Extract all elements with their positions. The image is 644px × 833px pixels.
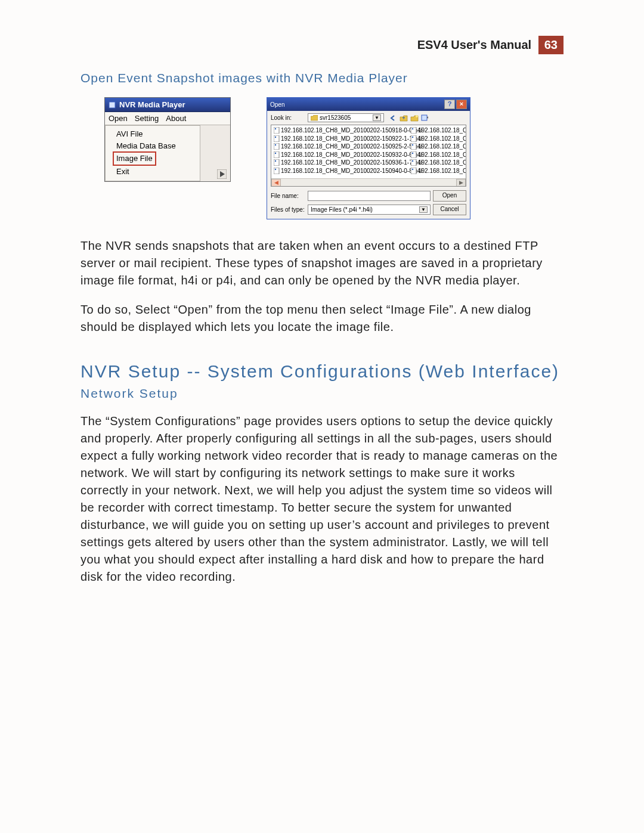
svg-rect-9: [274, 143, 279, 150]
svg-point-20: [412, 137, 413, 138]
close-button[interactable]: ×: [456, 100, 467, 109]
svg-rect-15: [274, 168, 279, 174]
section1-para2: To do so, Select “Open” from the top men…: [80, 301, 564, 336]
file-icon: [411, 135, 417, 142]
back-icon[interactable]: [389, 114, 397, 122]
section2-subtitle: Network Setup: [80, 386, 564, 401]
lookin-label: Look in:: [271, 114, 305, 121]
scroll-left-icon[interactable]: ◀: [271, 179, 281, 187]
submenu-exit[interactable]: Exit: [116, 166, 194, 178]
file-icon: [411, 151, 417, 158]
open-dialog-titlebar: Open ? ×: [267, 98, 470, 111]
dropdown-arrow-icon: ▼: [419, 206, 428, 213]
media-player-window: NVR Media Player Open Setting About AVI …: [104, 97, 231, 182]
menu-setting[interactable]: Setting: [135, 114, 159, 123]
file-item[interactable]: 192.168.102.18_CH8_MD_20100202-150918-0-…: [274, 126, 411, 135]
open-dialog: Open ? × Look in: svr1523605 ▼: [267, 97, 470, 219]
lookin-row: Look in: svr1523605 ▼: [267, 111, 470, 125]
file-item[interactable]: 192.168.102.18_CH8_MD_20100202-150925-2-…: [274, 143, 411, 151]
svg-point-28: [412, 169, 413, 170]
svg-rect-25: [411, 159, 416, 166]
file-icon: [274, 151, 280, 158]
svg-point-18: [412, 128, 413, 129]
file-icon: [411, 127, 417, 134]
svg-rect-21: [411, 143, 416, 150]
file-list-hscroll[interactable]: ◀ ▶: [271, 178, 466, 186]
cancel-button[interactable]: Cancel: [433, 204, 466, 215]
file-item[interactable]: 192.168.102.18_C: [411, 143, 466, 151]
file-icon: [274, 159, 280, 166]
svg-point-22: [412, 144, 413, 145]
file-icon: [411, 159, 417, 166]
up-folder-icon[interactable]: [400, 114, 408, 122]
svg-rect-0: [109, 102, 115, 108]
file-item[interactable]: 192.168.102.18_CH8_MD_20100202-150936-1-…: [274, 159, 411, 167]
play-icon[interactable]: [217, 169, 227, 179]
svg-point-10: [275, 144, 276, 145]
svg-rect-27: [411, 168, 416, 174]
page-header: ESV4 User's Manual 63: [80, 36, 564, 54]
menu-about[interactable]: About: [166, 114, 186, 123]
open-dialog-title: Open: [270, 101, 284, 108]
doc-title: ESV4 User's Manual: [417, 38, 532, 51]
media-player-title: NVR Media Player: [119, 100, 185, 109]
submenu-avi[interactable]: AVI File: [116, 128, 194, 140]
svg-point-16: [275, 169, 276, 170]
media-player-titlebar: NVR Media Player: [105, 98, 230, 112]
filetype-select[interactable]: Image Files (*.p4i *.h4i) ▼: [308, 205, 431, 215]
open-button[interactable]: Open: [433, 190, 466, 202]
section1-title: Open Event Snapshot images with NVR Medi…: [80, 71, 564, 85]
svg-point-8: [275, 137, 276, 138]
svg-rect-5: [274, 127, 279, 134]
media-player-menubar: Open Setting About: [105, 112, 230, 125]
svg-point-24: [412, 153, 413, 154]
submenu-image-file[interactable]: Image File: [113, 151, 156, 166]
svg-point-6: [275, 128, 276, 129]
filetype-label: Files of type:: [271, 206, 305, 213]
svg-rect-4: [422, 115, 427, 120]
page-number: 63: [538, 36, 564, 54]
help-button[interactable]: ?: [444, 100, 455, 109]
file-item[interactable]: 192.168.102.18_C: [411, 135, 466, 143]
file-item[interactable]: 192.168.102.18_C: [411, 151, 466, 159]
dropdown-arrow-icon: ▼: [373, 114, 381, 121]
file-icon: [274, 168, 280, 174]
file-icon: [274, 143, 280, 150]
file-item[interactable]: 192.168.102.18_C: [411, 167, 466, 175]
app-icon: [109, 101, 116, 109]
svg-point-12: [275, 153, 276, 154]
filename-label: File name:: [271, 193, 305, 199]
figure-row: NVR Media Player Open Setting About AVI …: [104, 97, 564, 219]
view-menu-icon[interactable]: [421, 114, 429, 122]
file-item[interactable]: 192.168.102.18_C: [411, 159, 466, 167]
filename-input[interactable]: [308, 191, 431, 201]
svg-rect-13: [274, 159, 279, 166]
menu-open[interactable]: Open: [109, 114, 128, 123]
svg-rect-11: [274, 151, 279, 158]
scroll-right-icon[interactable]: ▶: [456, 179, 466, 187]
new-folder-icon[interactable]: [410, 114, 419, 122]
open-submenu: AVI File Media Data Base Image File Exit: [105, 125, 200, 181]
file-icon: [411, 168, 417, 174]
file-item[interactable]: 192.168.102.18_CH8_MD_20100202-150922-1-…: [274, 135, 411, 143]
file-item[interactable]: 192.168.102.18_CH8_MD_20100202-150940-0-…: [274, 167, 411, 175]
file-list-col2: 192.168.102.18_C 192.168.102.18_C 192.16…: [411, 126, 466, 185]
svg-rect-19: [411, 135, 416, 142]
submenu-mdb[interactable]: Media Data Base: [116, 140, 194, 152]
folder-icon: [311, 115, 318, 121]
file-icon: [274, 127, 280, 134]
filetype-value: Image Files (*.p4i *.h4i): [311, 206, 373, 213]
section1-para1: The NVR sends snapshots that are taken w…: [80, 237, 564, 289]
svg-rect-7: [274, 135, 279, 142]
lookin-select[interactable]: svr1523605 ▼: [308, 113, 384, 122]
section2-para: The “System Configurations” page provide…: [80, 413, 564, 586]
file-list-col1: 192.168.102.18_CH8_MD_20100202-150918-0-…: [274, 126, 411, 185]
svg-point-26: [412, 160, 413, 162]
file-icon: [274, 135, 280, 142]
file-list[interactable]: 192.168.102.18_CH8_MD_20100202-150918-0-…: [271, 125, 466, 187]
svg-point-14: [275, 160, 276, 162]
file-item[interactable]: 192.168.102.18_CH8_MD_20100202-150932-0-…: [274, 151, 411, 159]
svg-rect-17: [411, 127, 416, 134]
svg-point-3: [416, 115, 418, 117]
file-item[interactable]: 192.168.102.18_C: [411, 126, 466, 135]
